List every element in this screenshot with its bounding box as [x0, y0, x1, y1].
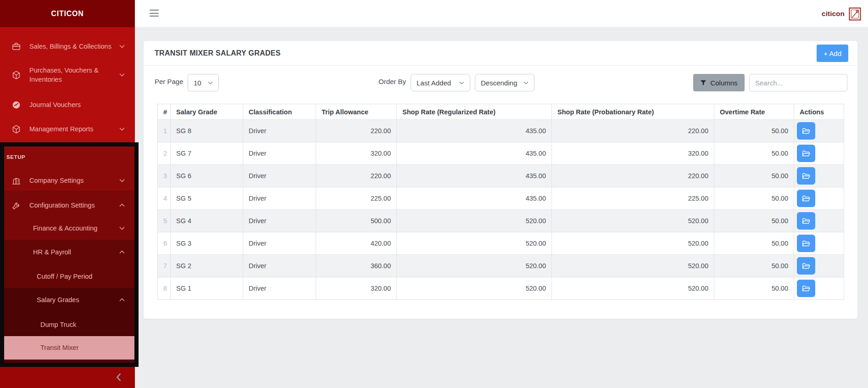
- table-cell-actions: [794, 165, 844, 187]
- row-open-action-button[interactable]: [797, 190, 815, 207]
- add-button[interactable]: + Add: [817, 45, 848, 62]
- topbar-brand-label: citicon: [822, 10, 845, 18]
- sidebar-item-cutoff-pay-period[interactable]: Cutoff / Pay Period: [0, 266, 135, 287]
- chevron-down-icon: [119, 179, 125, 182]
- table-cell-classification: Driver: [243, 187, 316, 210]
- table-cell-overtime-rate: 50.00: [714, 120, 794, 142]
- sidebar-item-label: Dump Truck: [40, 320, 76, 329]
- sidebar-item-hr-payroll[interactable]: HR & Payroll: [0, 242, 135, 262]
- column-header-classification: Classification: [243, 104, 316, 120]
- table-cell-salary-grade: SG 3: [171, 232, 243, 255]
- order-by-label: Order By: [378, 78, 406, 85]
- table-cell-actions: [794, 255, 844, 277]
- table-cell-shop-rate-regularized: 520.00: [397, 277, 552, 300]
- table-cell-overtime-rate: 50.00: [714, 142, 794, 165]
- column-header-: #: [158, 104, 171, 120]
- table-row: 2SG 7Driver320.00435.00320.0050.00: [158, 142, 844, 165]
- table-cell-classification: Driver: [243, 210, 316, 232]
- table-cell-salary-grade: SG 7: [171, 142, 243, 165]
- row-open-action-button[interactable]: [797, 280, 815, 297]
- sidebar-item-sales-billings-collections[interactable]: Sales, Billings & Collections: [0, 36, 135, 56]
- table-cell-shop-rate-probationary: 520.00: [552, 232, 714, 255]
- sidebar-item-journal-vouchers[interactable]: Journal Vouchers: [0, 95, 135, 115]
- chevron-down-icon: [119, 127, 125, 131]
- sidebar-item-label: Company Settings: [29, 176, 83, 185]
- table-cell-num: 7: [158, 255, 171, 277]
- folder-open-icon: [802, 173, 810, 180]
- columns-button-label: Columns: [710, 79, 737, 87]
- folder-open-icon: [802, 240, 810, 247]
- table-cell-overtime-rate: 50.00: [714, 277, 794, 300]
- gauge-icon: [11, 100, 21, 110]
- broken-image-icon: [849, 7, 861, 21]
- table-cell-salary-grade: SG 4: [171, 210, 243, 232]
- column-header-overtime-rate: Overtime Rate: [714, 104, 794, 120]
- row-open-action-button[interactable]: [797, 212, 815, 230]
- table-cell-salary-grade: SG 6: [171, 165, 243, 187]
- user-brand-group[interactable]: citicon: [822, 0, 861, 28]
- table-cell-trip-allowance: 320.00: [316, 142, 397, 165]
- table-cell-salary-grade: SG 2: [171, 255, 243, 277]
- table-cell-salary-grade: SG 8: [171, 120, 243, 142]
- table-cell-classification: Driver: [243, 142, 316, 165]
- sidebar-item-purchases-vouchers-inventories[interactable]: Purchases, Vouchers & Inventories: [0, 62, 135, 88]
- table-cell-trip-allowance: 220.00: [316, 165, 397, 187]
- chevron-down-icon: [523, 81, 529, 84]
- sidebar-item-salary-grades[interactable]: Salary Grades: [0, 290, 135, 310]
- table-cell-classification: Driver: [243, 255, 316, 277]
- order-direction-select[interactable]: Descending: [475, 74, 534, 91]
- row-open-action-button[interactable]: [797, 145, 815, 162]
- table-cell-shop-rate-regularized: 435.00: [397, 187, 552, 210]
- sidebar-section-setup: SETUP: [6, 154, 25, 160]
- row-open-action-button[interactable]: [797, 235, 815, 252]
- per-page-label: Per Page: [155, 78, 184, 85]
- cube-icon: [11, 124, 21, 134]
- table-cell-overtime-rate: 50.00: [714, 165, 794, 187]
- salary-grades-section-bg-strip: [0, 360, 135, 366]
- search-input[interactable]: [749, 74, 847, 91]
- per-page-select[interactable]: 10: [188, 74, 219, 91]
- chevron-down-icon: [119, 226, 125, 230]
- table-cell-num: 3: [158, 165, 171, 187]
- sidebar-item-label: HR & Payroll: [33, 247, 71, 257]
- table-cell-shop-rate-probationary: 225.00: [552, 187, 714, 210]
- columns-button[interactable]: Columns: [693, 74, 745, 91]
- building-icon: [11, 176, 21, 186]
- row-open-action-button[interactable]: [797, 257, 815, 275]
- salary-grades-card: TRANSIT MIXER SALARY GRADES + Add Per Pa…: [143, 40, 858, 319]
- table-cell-shop-rate-regularized: 435.00: [397, 142, 552, 165]
- hamburger-icon[interactable]: [150, 10, 159, 17]
- sidebar-item-management-reports[interactable]: Management Reports: [0, 119, 135, 139]
- row-open-action-button[interactable]: [797, 122, 815, 140]
- table-cell-trip-allowance: 420.00: [316, 232, 397, 255]
- sidebar-item-dump-truck[interactable]: Dump Truck: [0, 315, 135, 335]
- table-cell-shop-rate-probationary: 220.00: [552, 165, 714, 187]
- sidebar-item-configuration-settings[interactable]: Configuration Settings: [0, 195, 135, 215]
- wrench-icon: [11, 201, 21, 210]
- order-by-select[interactable]: Last Added: [411, 74, 470, 91]
- table-controls: Per Page 10 Order By Last Added Descendi…: [144, 74, 857, 91]
- table-cell-shop-rate-probationary: 520.00: [552, 277, 714, 300]
- table-cell-overtime-rate: 50.00: [714, 255, 794, 277]
- table-cell-actions: [794, 120, 844, 142]
- table-cell-num: 5: [158, 210, 171, 232]
- sidebar-item-label: Cutoff / Pay Period: [37, 272, 92, 281]
- chevron-down-icon: [119, 45, 125, 48]
- table-cell-shop-rate-probationary: 520.00: [552, 210, 714, 232]
- table-cell-num: 2: [158, 142, 171, 165]
- sidebar-item-finance-accounting[interactable]: Finance & Accounting: [0, 218, 135, 238]
- table-cell-classification: Driver: [243, 120, 316, 142]
- column-header-shop-rate-regularized-rate: Shop Rate (Regularized Rate): [397, 104, 552, 120]
- table-cell-classification: Driver: [243, 165, 316, 187]
- table-cell-trip-allowance: 225.00: [316, 187, 397, 210]
- sidebar-item-transit-mixer-active[interactable]: Transit Mixer: [0, 336, 135, 360]
- row-open-action-button[interactable]: [797, 167, 815, 185]
- table-cell-trip-allowance: 320.00: [316, 277, 397, 300]
- sidebar-collapse-button[interactable]: [0, 366, 135, 388]
- table-cell-actions: [794, 210, 844, 232]
- column-header-salary-grade: Salary Grade: [171, 104, 243, 120]
- sidebar-item-label: Configuration Settings: [29, 201, 95, 210]
- chevron-up-icon: [119, 298, 125, 302]
- sidebar-item-company-settings[interactable]: Company Settings: [0, 170, 135, 191]
- chevron-down-icon: [459, 81, 464, 84]
